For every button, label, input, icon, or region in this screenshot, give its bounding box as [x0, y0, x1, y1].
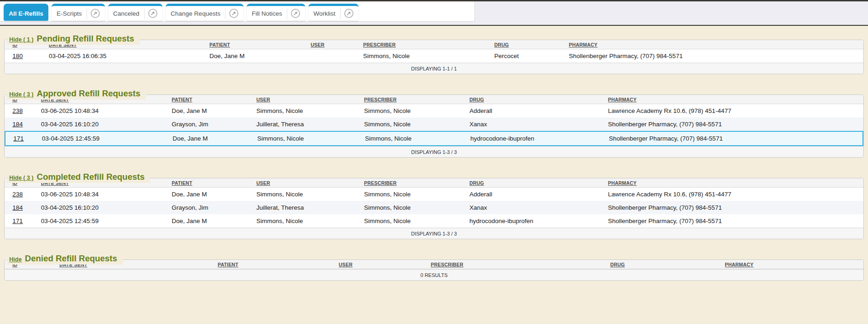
table-row[interactable]: 18403-04-2025 16:10:20Grayson, JimJuille… — [5, 118, 863, 131]
tab-label: Change Requests — [171, 10, 220, 17]
table-cell: Simmons, Nicole — [359, 49, 491, 63]
external-link-icon[interactable]: ↗ — [344, 9, 353, 18]
table-cell: Simmons, Nicole — [360, 118, 466, 131]
tab-label: Fill Notices — [252, 10, 282, 17]
tab-worklist[interactable]: Worklist ↗ — [308, 4, 359, 21]
table-cell: Adderall — [466, 188, 604, 201]
table-cell: Simmons, Nicole — [360, 201, 466, 214]
column-header-patient[interactable]: PATIENT — [214, 260, 335, 269]
table-cell: Simmons, Nicole — [253, 214, 360, 228]
table-cell: Adderall — [466, 104, 604, 118]
table-cell: Shollenberger Pharmacy, (707) 984-5571 — [604, 118, 863, 131]
hide-toggle-link[interactable]: Hide — [9, 256, 22, 263]
column-header-pharmacy[interactable]: PHARMACY — [604, 95, 863, 104]
tab-divider — [340, 8, 341, 19]
table-cell: Simmons, Nicole — [360, 104, 466, 118]
column-header-drug[interactable]: DRUG — [466, 95, 604, 104]
column-header-prescriber[interactable]: PRESCRIBER — [360, 178, 466, 187]
column-header-patient[interactable]: PATIENT — [168, 95, 253, 104]
table-cell: Simmons, Nicole — [361, 132, 467, 145]
table-row[interactable]: 17103-04-2025 12:45:59Doe, Jane MSimmons… — [5, 131, 863, 146]
external-link-icon[interactable]: ↗ — [148, 9, 157, 18]
table-cell: 03-04-2025 16:10:20 — [37, 201, 168, 214]
column-header-user[interactable]: USER — [253, 178, 360, 187]
table-cell: Xanax — [466, 201, 604, 214]
column-header-pharmacy[interactable]: PHARMACY — [604, 178, 863, 187]
content-area: Hide ( 1 ) Pending Refill Requests IDDAT… — [0, 26, 868, 281]
external-link-icon[interactable]: ↗ — [229, 9, 238, 18]
section-legend: Hide Denied Refill Requests — [7, 253, 123, 265]
column-header-patient[interactable]: PATIENT — [168, 178, 253, 187]
column-header-pharmacy[interactable]: PHARMACY — [565, 40, 863, 49]
hide-toggle-link[interactable]: Hide ( 3 ) — [9, 175, 34, 181]
tab-change-requests[interactable]: Change Requests ↗ — [166, 4, 243, 21]
column-header-user[interactable]: USER — [335, 260, 427, 269]
table-cell: Doe, Jane M — [168, 214, 253, 228]
column-header-drug[interactable]: DRUG — [466, 178, 604, 187]
hide-toggle-link[interactable]: Hide ( 3 ) — [9, 91, 34, 98]
section-title: Denied Refill Requests — [25, 253, 117, 264]
tabs: All E-Refills E-Scripts ↗ Canceled ↗ Cha… — [4, 4, 359, 21]
section-pending-refill-requests: Hide ( 1 ) Pending Refill Requests IDDAT… — [4, 40, 864, 74]
tab-e-scripts[interactable]: E-Scripts ↗ — [52, 4, 105, 21]
table-cell: Xanax — [466, 118, 604, 131]
hide-toggle-link[interactable]: Hide ( 1 ) — [9, 36, 34, 43]
section-legend: Hide ( 3 ) Completed Refill Requests — [7, 172, 150, 183]
external-link-icon[interactable]: ↗ — [291, 9, 300, 18]
row-id-link[interactable]: 171 — [6, 132, 38, 145]
table-cell: Doe, Jane M — [169, 132, 254, 145]
table-cell: 03-06-2025 10:48:34 — [37, 104, 168, 118]
results-count: 0 RESULTS — [5, 269, 863, 280]
table-cell: Grayson, Jim — [168, 201, 253, 214]
row-id-link[interactable]: 184 — [5, 118, 37, 131]
tab-label: All E-Refills — [9, 10, 43, 17]
table-cell: Lawrence Academy Rx 10.6, (978) 451-4477 — [604, 104, 863, 118]
tab-divider — [87, 8, 87, 19]
table-cell: Lawrence Academy Rx 10.6, (978) 451-4477 — [604, 188, 863, 201]
tab-label: E-Scripts — [57, 10, 82, 17]
table-cell: Simmons, Nicole — [254, 132, 361, 145]
tab-label: Worklist — [313, 10, 336, 17]
table-cell: 03-04-2025 16:06:35 — [45, 49, 206, 63]
table-row[interactable]: 23803-06-2025 10:48:34Doe, Jane MSimmons… — [5, 188, 863, 201]
row-id-link[interactable]: 171 — [5, 214, 37, 228]
table-cell: 03-04-2025 12:45:59 — [38, 132, 169, 145]
section-approved-refill-requests: Hide ( 3 ) Approved Refill Requests IDDA… — [4, 94, 864, 158]
column-header-drug[interactable]: DRUG — [607, 260, 721, 269]
tab-canceled[interactable]: Canceled ↗ — [108, 4, 162, 21]
table-cell: Shollenberger Pharmacy, (707) 984-5571 — [604, 214, 863, 228]
section-legend: Hide ( 3 ) Approved Refill Requests — [7, 88, 146, 100]
tab-fill-notices[interactable]: Fill Notices ↗ — [247, 4, 305, 21]
row-id-link[interactable]: 238 — [5, 104, 37, 118]
displaying-count: DISPLAYING 1-3 / 3 — [5, 228, 863, 239]
table-cell: hydrocodone-ibuprofen — [466, 214, 604, 228]
column-header-prescriber[interactable]: PRESCRIBER — [359, 40, 491, 49]
table-cell: Juillerat, Theresa — [253, 118, 360, 131]
row-id-link[interactable]: 180 — [5, 49, 45, 63]
tab-all-e-refills[interactable]: All E-Refills — [4, 4, 48, 21]
approved-refills-table: IDDATE SENTPATIENTUSERPRESCRIBERDRUGPHAR… — [5, 95, 863, 146]
table-cell: Shollenberger Pharmacy, (707) 984-5571 — [605, 132, 862, 145]
table-header-row: IDDATE SENTPATIENTUSERPRESCRIBERDRUGPHAR… — [5, 260, 863, 269]
displaying-count: DISPLAYING 1-1 / 1 — [5, 63, 863, 74]
column-header-patient[interactable]: PATIENT — [206, 40, 307, 49]
column-header-prescriber[interactable]: PRESCRIBER — [427, 260, 607, 269]
denied-refills-table: IDDATE SENTPATIENTUSERPRESCRIBERDRUGPHAR… — [5, 260, 863, 269]
table-cell: Simmons, Nicole — [253, 104, 360, 118]
column-header-user[interactable]: USER — [253, 95, 360, 104]
table-cell: Doe, Jane M — [206, 49, 307, 63]
table-row[interactable]: 17103-04-2025 12:45:59Doe, Jane MSimmons… — [5, 214, 863, 228]
column-header-user[interactable]: USER — [307, 40, 359, 49]
table-row[interactable]: 18003-04-2025 16:06:35Doe, Jane MSimmons… — [5, 49, 863, 63]
table-cell: hydrocodone-ibuprofen — [467, 132, 605, 145]
external-link-icon[interactable]: ↗ — [91, 9, 100, 18]
table-row[interactable]: 23803-06-2025 10:48:34Doe, Jane MSimmons… — [5, 104, 863, 118]
column-header-prescriber[interactable]: PRESCRIBER — [360, 95, 466, 104]
top-tab-bar: All E-Refills E-Scripts ↗ Canceled ↗ Cha… — [0, 0, 868, 26]
table-cell: Simmons, Nicole — [360, 214, 466, 228]
table-row[interactable]: 18403-04-2025 16:10:20Grayson, JimJuille… — [5, 201, 863, 214]
column-header-pharmacy[interactable]: PHARMACY — [721, 260, 863, 269]
row-id-link[interactable]: 238 — [5, 188, 37, 201]
row-id-link[interactable]: 184 — [5, 201, 37, 214]
column-header-drug[interactable]: DRUG — [491, 40, 565, 49]
